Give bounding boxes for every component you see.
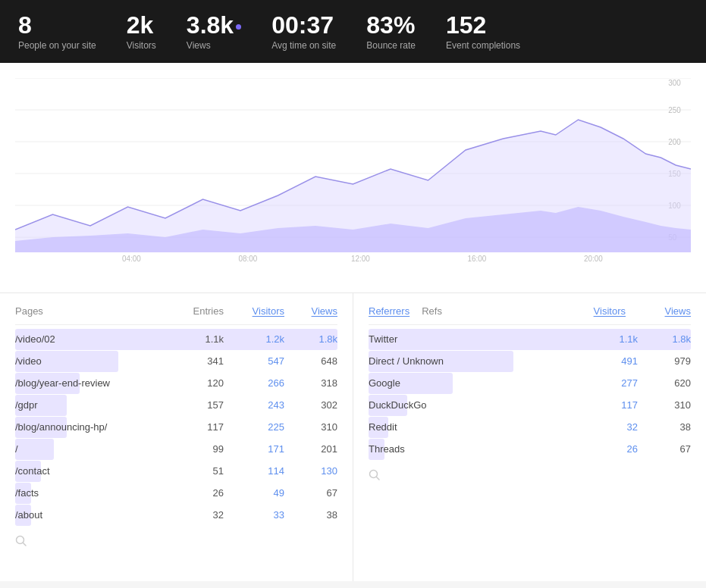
search-icon[interactable]: [15, 535, 27, 547]
stat-views-label: Views: [187, 40, 241, 51]
referrers-panel: Referrers Refs Visitors Views Twitter1.1…: [353, 293, 706, 581]
table-row[interactable]: DuckDuckGo117310: [369, 394, 691, 416]
table-row[interactable]: Direct / Unknown491979: [369, 350, 691, 372]
page-entries: 51: [163, 465, 224, 477]
table-row[interactable]: Reddit3238: [369, 416, 691, 438]
page-path: /about: [15, 509, 163, 521]
referrer-visitors: 32: [577, 421, 638, 433]
svg-text:04:00: 04:00: [122, 255, 141, 263]
stat-bounce: 83% Bounce rate: [366, 12, 416, 51]
svg-line-20: [24, 543, 27, 546]
table-row[interactable]: /blog/announcing-hp/117225310: [15, 416, 337, 438]
page-entries: 117: [163, 421, 224, 433]
stat-bounce-label: Bounce rate: [366, 40, 416, 51]
tab-refs[interactable]: Refs: [422, 305, 442, 317]
pages-col-visitors-header[interactable]: Visitors: [224, 305, 284, 317]
bottom-panels: Pages Entries Visitors Views /video/021.…: [0, 293, 706, 581]
referrer-views: 38: [638, 421, 691, 433]
stat-visitors-label: Visitors: [127, 40, 156, 51]
stat-views: 3.8k Views: [187, 12, 241, 51]
svg-text:08:00: 08:00: [239, 255, 258, 263]
referrer-source: Direct / Unknown: [369, 355, 577, 367]
stat-people-label: People on your site: [18, 40, 96, 51]
search-icon[interactable]: [369, 469, 381, 481]
pages-col-views-header[interactable]: Views: [284, 305, 337, 317]
referrer-views: 1.8k: [638, 333, 691, 345]
referrer-source: Reddit: [369, 421, 577, 433]
referrer-source: Threads: [369, 443, 577, 455]
pages-search-icon-row[interactable]: [15, 535, 337, 549]
referrer-visitors: 1.1k: [577, 333, 638, 345]
page-visitors: 1.2k: [224, 333, 284, 345]
page-path: /gdpr: [15, 399, 163, 411]
table-row[interactable]: /video/021.1k1.2k1.8k: [15, 328, 337, 350]
page-views: 67: [284, 487, 337, 499]
page-views: 201: [284, 443, 337, 455]
table-row[interactable]: /99171201: [15, 438, 337, 460]
stat-views-value: 3.8k: [187, 12, 241, 39]
page-views: 648: [284, 355, 337, 367]
table-row[interactable]: /contact51114130: [15, 460, 337, 482]
page-entries: 341: [163, 355, 224, 367]
page-path: /blog/year-end-review: [15, 377, 163, 389]
page-visitors: 33: [224, 509, 284, 521]
referrer-source: Google: [369, 377, 577, 389]
ref-col-visitors-header[interactable]: Visitors: [565, 305, 626, 317]
page-entries: 26: [163, 487, 224, 499]
referrers-search-icon-row[interactable]: [369, 469, 691, 483]
referrer-visitors: 277: [577, 377, 638, 389]
referrer-visitors: 26: [577, 443, 638, 455]
page-path: /facts: [15, 487, 163, 499]
page-visitors: 547: [224, 355, 284, 367]
page-visitors: 243: [224, 399, 284, 411]
pages-col-page-header: Pages: [15, 305, 163, 317]
stat-avg-time-value: 00:37: [271, 12, 336, 39]
referrer-source: DuckDuckGo: [369, 399, 577, 411]
main-chart: 50 100 150 200 250 300 04:00 08:00 12:00…: [15, 78, 691, 267]
table-row[interactable]: /gdpr157243302: [15, 394, 337, 416]
page-path: /: [15, 443, 163, 455]
ref-col-views-header[interactable]: Views: [638, 305, 691, 317]
page-path: /blog/announcing-hp/: [15, 421, 163, 433]
tab-referrers[interactable]: Referrers: [369, 305, 409, 317]
referrer-views: 310: [638, 399, 691, 411]
pages-table-body: /video/021.1k1.2k1.8k/video341547648/blo…: [15, 328, 337, 526]
referrer-views: 979: [638, 355, 691, 367]
table-row[interactable]: /facts264967: [15, 482, 337, 504]
page-views: 38: [284, 509, 337, 521]
referrer-source: Twitter: [369, 333, 577, 345]
page-path: /contact: [15, 465, 163, 477]
table-row[interactable]: Twitter1.1k1.8k: [369, 328, 691, 350]
stat-visitors-value: 2k: [127, 12, 156, 39]
pages-table-header: Pages Entries Visitors Views: [15, 305, 337, 325]
page-views: 302: [284, 399, 337, 411]
table-row[interactable]: Google277620: [369, 372, 691, 394]
page-entries: 120: [163, 377, 224, 389]
stat-avg-time-label: Avg time on site: [271, 40, 336, 51]
page-path: /video: [15, 355, 163, 367]
page-entries: 1.1k: [163, 333, 224, 345]
chart-container: 50 100 150 200 250 300 04:00 08:00 12:00…: [0, 63, 706, 293]
stat-events-value: 152: [446, 12, 520, 39]
svg-text:20:00: 20:00: [584, 255, 603, 263]
table-row[interactable]: /video341547648: [15, 350, 337, 372]
svg-text:200: 200: [668, 138, 681, 146]
pages-panel: Pages Entries Visitors Views /video/021.…: [0, 293, 353, 581]
svg-text:300: 300: [668, 79, 681, 87]
referrers-tabs: Referrers Refs Visitors Views: [369, 305, 691, 325]
stat-events-label: Event completions: [446, 40, 520, 51]
table-row[interactable]: /about323338: [15, 504, 337, 526]
page-views: 1.8k: [284, 333, 337, 345]
svg-text:16:00: 16:00: [467, 255, 486, 263]
referrers-table-body: Twitter1.1k1.8kDirect / Unknown491979Goo…: [369, 328, 691, 460]
table-row[interactable]: /blog/year-end-review120266318: [15, 372, 337, 394]
page-visitors: 266: [224, 377, 284, 389]
page-visitors: 49: [224, 487, 284, 499]
page-views: 130: [284, 465, 337, 477]
page-entries: 157: [163, 399, 224, 411]
page-path: /video/02: [15, 333, 163, 345]
page-visitors: 114: [224, 465, 284, 477]
table-row[interactable]: Threads2667: [369, 438, 691, 460]
stat-events: 152 Event completions: [446, 12, 520, 51]
stat-people-value: 8: [18, 12, 96, 39]
